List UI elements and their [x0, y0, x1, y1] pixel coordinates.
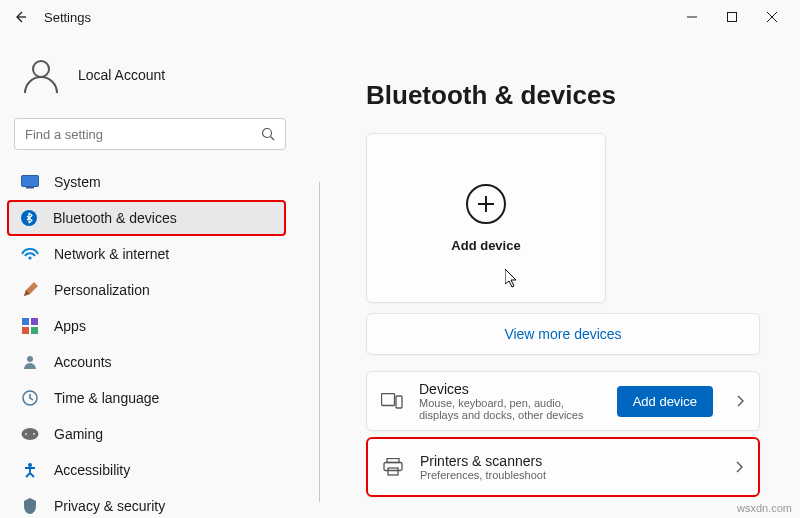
minimize-icon	[687, 12, 697, 22]
nav-item-time[interactable]: Time & language	[10, 380, 286, 416]
avatar-icon	[18, 52, 64, 98]
nav-item-gaming[interactable]: Gaming	[10, 416, 286, 452]
account-block[interactable]: Local Account	[8, 40, 312, 116]
chevron-right-icon	[737, 395, 745, 407]
nav-item-accounts[interactable]: Accounts	[10, 344, 286, 380]
nav-label: System	[54, 174, 101, 190]
account-name: Local Account	[78, 67, 165, 83]
nav-item-privacy[interactable]: Privacy & security	[10, 488, 286, 518]
row-devices[interactable]: Devices Mouse, keyboard, pen, audio, dis…	[366, 371, 760, 431]
titlebar: Settings	[0, 0, 800, 34]
network-icon	[20, 244, 40, 264]
row-title: Devices	[419, 381, 601, 397]
window-controls	[672, 3, 792, 31]
svg-rect-6	[26, 187, 34, 189]
printer-icon	[382, 456, 404, 478]
settings-window: Settings Local Account	[0, 0, 800, 518]
accessibility-icon	[20, 460, 40, 480]
maximize-button[interactable]	[712, 3, 752, 31]
content-body: Local Account System Bluetooth & devices	[0, 34, 800, 518]
nav-label: Accessibility	[54, 462, 130, 478]
svg-point-13	[27, 356, 33, 362]
minimize-button[interactable]	[672, 3, 712, 31]
window-title: Settings	[44, 10, 91, 25]
nav-label: Accounts	[54, 354, 112, 370]
nav-item-apps[interactable]: Apps	[10, 308, 286, 344]
svg-point-15	[22, 428, 39, 440]
row-title: Printers & scanners	[420, 453, 712, 469]
svg-point-2	[33, 61, 49, 77]
search-box[interactable]	[14, 118, 286, 150]
svg-point-16	[25, 433, 27, 435]
add-device-card[interactable]: Add device	[366, 133, 606, 303]
add-device-button[interactable]: Add device	[617, 386, 713, 417]
row-desc: Preferences, troubleshoot	[420, 469, 712, 481]
search-icon	[261, 127, 275, 141]
svg-rect-23	[388, 468, 398, 475]
nav-label: Bluetooth & devices	[53, 210, 177, 226]
page-title: Bluetooth & devices	[366, 80, 760, 111]
svg-rect-5	[22, 176, 39, 187]
apps-icon	[20, 316, 40, 336]
svg-rect-19	[382, 394, 395, 406]
svg-rect-1	[728, 13, 737, 22]
nav-item-system[interactable]: System	[10, 164, 286, 200]
svg-point-18	[28, 463, 32, 467]
chevron-right-icon	[736, 461, 744, 473]
sidebar: Local Account System Bluetooth & devices	[0, 34, 320, 518]
row-desc: Mouse, keyboard, pen, audio, displays an…	[419, 397, 601, 421]
row-printers[interactable]: Printers & scanners Preferences, trouble…	[366, 437, 760, 497]
back-button[interactable]	[8, 5, 32, 29]
time-icon	[20, 388, 40, 408]
svg-line-4	[271, 137, 275, 141]
watermark: wsxdn.com	[737, 502, 792, 514]
nav-label: Personalization	[54, 282, 150, 298]
svg-point-8	[28, 256, 31, 259]
svg-rect-11	[22, 327, 29, 334]
view-more-label: View more devices	[504, 326, 621, 342]
svg-rect-10	[31, 318, 38, 325]
view-more-devices[interactable]: View more devices	[366, 313, 760, 355]
svg-rect-9	[22, 318, 29, 325]
nav-label: Time & language	[54, 390, 159, 406]
svg-rect-12	[31, 327, 38, 334]
nav-list: System Bluetooth & devices Network & int…	[8, 164, 312, 518]
close-icon	[767, 12, 777, 22]
bluetooth-icon	[19, 208, 39, 228]
privacy-icon	[20, 496, 40, 516]
gaming-icon	[20, 424, 40, 444]
svg-point-3	[263, 129, 272, 138]
plus-icon	[466, 184, 506, 224]
search-input[interactable]	[25, 127, 261, 142]
nav-label: Apps	[54, 318, 86, 334]
svg-rect-20	[396, 396, 402, 408]
personalization-icon	[20, 280, 40, 300]
nav-label: Gaming	[54, 426, 103, 442]
arrow-left-icon	[12, 9, 28, 25]
system-icon	[20, 172, 40, 192]
nav-label: Privacy & security	[54, 498, 165, 514]
maximize-icon	[727, 12, 737, 22]
nav-item-bluetooth[interactable]: Bluetooth & devices	[7, 200, 286, 236]
devices-icon	[381, 390, 403, 412]
close-button[interactable]	[752, 3, 792, 31]
cursor-icon	[505, 269, 521, 289]
nav-item-accessibility[interactable]: Accessibility	[10, 452, 286, 488]
nav-label: Network & internet	[54, 246, 169, 262]
add-device-label: Add device	[451, 238, 520, 253]
svg-point-17	[33, 433, 35, 435]
nav-item-personalization[interactable]: Personalization	[10, 272, 286, 308]
nav-item-network[interactable]: Network & internet	[10, 236, 286, 272]
accounts-icon	[20, 352, 40, 372]
row-text: Devices Mouse, keyboard, pen, audio, dis…	[419, 381, 601, 421]
svg-rect-22	[384, 463, 402, 471]
row-text: Printers & scanners Preferences, trouble…	[420, 453, 712, 481]
main-panel: Bluetooth & devices Add device View more…	[320, 34, 800, 518]
